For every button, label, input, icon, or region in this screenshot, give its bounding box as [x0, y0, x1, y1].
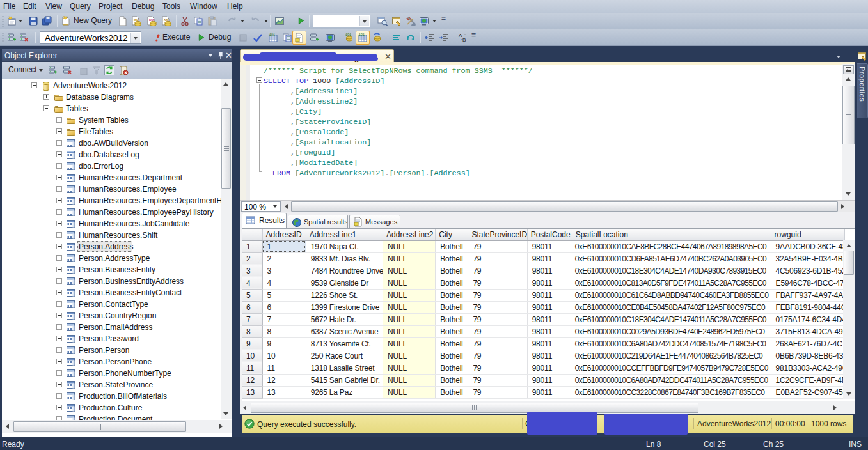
svg-text:101: 101 [359, 33, 365, 37]
svg-text:101: 101 [269, 33, 275, 37]
svg-text:101: 101 [345, 33, 351, 37]
